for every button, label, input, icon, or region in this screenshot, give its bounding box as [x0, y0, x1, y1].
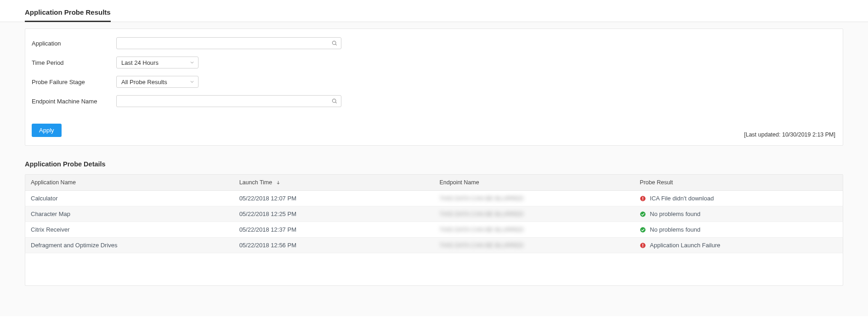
svg-line-3	[335, 102, 337, 103]
probe-result-text: Application Launch Failure	[650, 242, 720, 249]
check-circle-icon	[640, 211, 646, 217]
table-row: Character Map05/22/2018 12:25 PMTHIS DAT…	[25, 206, 843, 222]
cell-endpoint-name: THIS DATA CAN BE BLURRED	[434, 206, 634, 222]
svg-rect-7	[643, 199, 644, 200]
details-table: Application Name Launch Time Endpoint Na…	[25, 174, 843, 286]
col-header-probe-result[interactable]: Probe Result	[634, 175, 843, 191]
cell-endpoint-name: THIS DATA CAN BE BLURRED	[434, 222, 634, 238]
error-circle-icon	[640, 242, 646, 249]
filter-panel: Application Time Period Last 24 Hours Pr…	[25, 28, 843, 146]
cell-probe-result: Application Launch Failure	[634, 238, 843, 253]
check-circle-icon	[640, 227, 646, 233]
svg-point-9	[640, 227, 646, 233]
col-header-endpoint-name[interactable]: Endpoint Name	[434, 175, 634, 191]
time-period-select[interactable]: Last 24 Hours	[116, 57, 199, 68]
sort-down-icon	[276, 180, 281, 185]
application-input[interactable]	[116, 37, 341, 49]
svg-rect-6	[643, 197, 644, 199]
cell-launch-time: 05/22/2018 12:25 PM	[234, 206, 434, 222]
col-header-launch-time-label: Launch Time	[239, 179, 272, 186]
endpoint-machine-label: Endpoint Machine Name	[32, 98, 116, 105]
svg-point-0	[332, 41, 336, 45]
col-header-application-name[interactable]: Application Name	[25, 175, 234, 191]
svg-rect-11	[643, 244, 644, 246]
cell-launch-time: 05/22/2018 12:07 PM	[234, 191, 434, 206]
application-label: Application	[32, 40, 116, 47]
time-period-label: Time Period	[32, 59, 116, 66]
cell-probe-result: ICA File didn't download	[634, 191, 843, 206]
col-header-launch-time[interactable]: Launch Time	[234, 175, 434, 191]
cell-launch-time: 05/22/2018 12:37 PM	[234, 222, 434, 238]
cell-probe-result: No problems found	[634, 206, 843, 222]
svg-point-8	[640, 211, 646, 217]
search-icon	[331, 40, 338, 46]
endpoint-machine-input[interactable]	[116, 95, 341, 107]
last-updated-text: [Last updated: 10/30/2019 2:13 PM]	[744, 131, 835, 138]
cell-application-name: Character Map	[25, 206, 234, 222]
error-circle-icon	[640, 195, 646, 202]
cell-application-name: Defragment and Optimize Drives	[25, 238, 234, 253]
probe-failure-stage-select[interactable]: All Probe Results	[116, 76, 199, 88]
probe-failure-stage-label: Probe Failure Stage	[32, 79, 116, 85]
svg-line-1	[335, 44, 337, 46]
page-title: Application Probe Results	[25, 8, 111, 22]
probe-result-text: No problems found	[650, 226, 700, 233]
cell-launch-time: 05/22/2018 12:56 PM	[234, 238, 434, 253]
cell-application-name: Calculator	[25, 191, 234, 206]
apply-button[interactable]: Apply	[32, 124, 62, 137]
search-icon	[331, 98, 338, 104]
probe-result-text: No problems found	[650, 211, 700, 217]
table-row: Citrix Receiver05/22/2018 12:37 PMTHIS D…	[25, 222, 843, 238]
cell-probe-result: No problems found	[634, 222, 843, 238]
probe-result-text: ICA File didn't download	[650, 195, 714, 202]
svg-point-2	[332, 99, 336, 102]
cell-endpoint-name: THIS DATA CAN BE BLURRED	[434, 238, 634, 253]
cell-endpoint-name: THIS DATA CAN BE BLURRED	[434, 191, 634, 206]
svg-rect-12	[643, 246, 644, 247]
table-row: Defragment and Optimize Drives05/22/2018…	[25, 238, 843, 253]
cell-application-name: Citrix Receiver	[25, 222, 234, 238]
table-row: Calculator05/22/2018 12:07 PMTHIS DATA C…	[25, 191, 843, 206]
details-section-title: Application Probe Details	[25, 160, 843, 168]
